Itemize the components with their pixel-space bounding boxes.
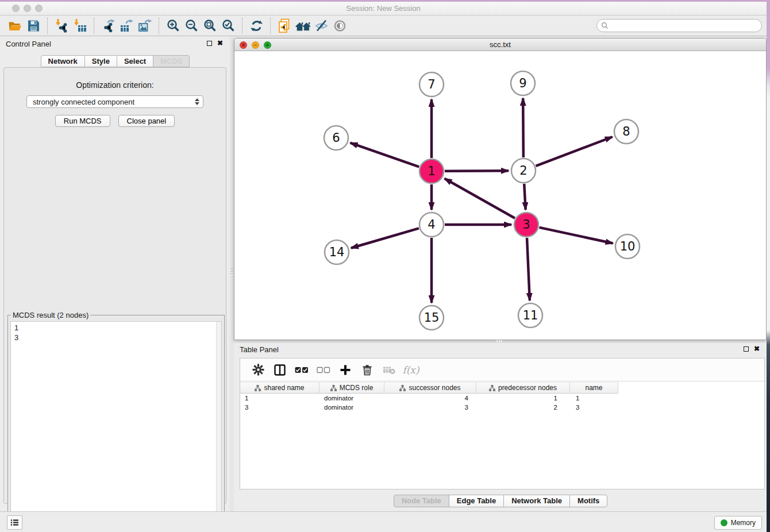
node-label: 11	[523, 309, 538, 322]
optimization-criterion-dropdown[interactable]: strongly connected component	[26, 95, 203, 108]
node-8[interactable]: 8	[614, 119, 638, 144]
clone-network-icon[interactable]	[275, 17, 294, 34]
export-table-icon[interactable]	[117, 17, 136, 34]
node-table[interactable]: shared nameMCDS rolesuccessor nodesprede…	[240, 382, 764, 489]
node-label: 3	[522, 218, 530, 232]
memory-button[interactable]: Memory	[714, 516, 762, 530]
column-header-name[interactable]: name	[570, 382, 618, 394]
node-14[interactable]: 14	[325, 240, 349, 264]
close-panel-button[interactable]: Close panel	[118, 115, 175, 127]
refresh-layout-icon[interactable]	[247, 17, 265, 34]
edge-3-11[interactable]	[527, 238, 530, 300]
node-label: 10	[620, 240, 636, 253]
maximize-network-icon[interactable]: +	[264, 41, 271, 49]
column-header-successor-nodes[interactable]: successor nodes	[384, 382, 476, 394]
tab-node-table[interactable]: Node Table	[394, 495, 449, 507]
toolbar-separator	[242, 18, 242, 34]
search-field[interactable]	[596, 19, 762, 32]
hide-graphics-details-icon[interactable]	[312, 17, 330, 34]
node-11[interactable]: 11	[518, 303, 542, 327]
table-panel-title: Table Panel	[240, 345, 279, 354]
deselect-all-checkboxes-icon[interactable]	[313, 367, 334, 373]
close-network-icon[interactable]: ×	[240, 41, 247, 49]
search-input[interactable]	[611, 21, 761, 31]
table-row[interactable]: 1dominator411	[240, 394, 764, 403]
desktop-wallpaper-strip	[0, 0, 770, 2]
mcds-result-title: MCDS result (2 nodes)	[11, 311, 90, 319]
show-graphics-details-icon[interactable]	[330, 17, 349, 34]
table-cell: 3	[570, 403, 618, 412]
zoom-out-icon[interactable]	[182, 17, 201, 34]
column-header-shared-name[interactable]: shared name	[240, 382, 319, 394]
column-header-MCDS-role[interactable]: MCDS role	[319, 382, 384, 394]
settings-gear-icon[interactable]	[247, 364, 269, 376]
export-network-icon[interactable]	[99, 17, 117, 34]
network-canvas[interactable]: 7968124314101511	[234, 51, 766, 340]
tab-motifs[interactable]: Motifs	[569, 495, 607, 507]
tab-select[interactable]: Select	[117, 55, 153, 67]
tab-mcds[interactable]: MCDS	[153, 55, 190, 67]
zoom-fit-icon[interactable]	[201, 17, 219, 34]
node-label: 4	[428, 218, 435, 232]
node-label: 9	[519, 76, 526, 90]
open-file-icon[interactable]	[6, 17, 24, 34]
run-mcds-button[interactable]: Run MCDS	[55, 115, 110, 127]
mcds-result-textarea[interactable]: 1 3	[10, 321, 222, 529]
table-row[interactable]: 3dominator323	[240, 403, 764, 412]
zoom-in-icon[interactable]	[164, 17, 182, 34]
network-window-title: scc.txt	[234, 38, 766, 51]
function-builder-icon[interactable]: f(x)	[400, 364, 422, 376]
add-row-icon[interactable]	[334, 364, 356, 376]
edge-2-9[interactable]	[523, 98, 523, 157]
node-6[interactable]: 6	[324, 126, 348, 150]
delete-table-icon[interactable]	[378, 365, 400, 375]
node-table-container: f(x) shared nameMCDS rolesuccessor nodes…	[240, 358, 765, 489]
tab-edge-table[interactable]: Edge Table	[449, 495, 504, 507]
edge-2-3[interactable]	[524, 184, 525, 210]
node-2[interactable]: 2	[511, 159, 536, 183]
edge-1-2[interactable]	[445, 171, 509, 171]
scrollbar[interactable]	[216, 322, 221, 529]
tab-network-table[interactable]: Network Table	[503, 495, 570, 507]
import-network-icon[interactable]	[52, 17, 71, 34]
export-image-icon[interactable]	[136, 17, 154, 34]
node-10[interactable]: 10	[615, 234, 640, 259]
home-icon[interactable]	[294, 17, 312, 34]
edge-3-10[interactable]	[539, 228, 613, 244]
edge-2-8[interactable]	[536, 137, 613, 166]
save-session-icon[interactable]	[24, 17, 43, 34]
status-bar: Memory	[0, 511, 767, 532]
minimize-network-icon[interactable]: −	[252, 41, 259, 49]
node-9[interactable]: 9	[511, 71, 535, 95]
column-header-predecessor-nodes[interactable]: predecessor nodes	[476, 382, 570, 394]
network-window-titlebar[interactable]: × − + scc.txt	[234, 38, 766, 51]
tab-network[interactable]: Network	[41, 55, 85, 67]
node-1[interactable]: 1	[419, 159, 444, 183]
edge-3-1[interactable]	[445, 179, 515, 218]
delete-row-icon[interactable]	[356, 364, 378, 376]
mcds-result-group: MCDS result (2 nodes) 1 3	[7, 315, 225, 532]
float-panel-icon[interactable]	[744, 346, 749, 352]
tab-style[interactable]: Style	[84, 55, 117, 67]
node-3[interactable]: 3	[514, 213, 538, 237]
memory-status-icon	[721, 519, 727, 526]
node-15[interactable]: 15	[419, 306, 444, 330]
import-table-icon[interactable]	[71, 17, 89, 34]
vertical-splitter[interactable]	[230, 36, 234, 511]
table-tabs: Node TableEdge TableNetwork TableMotifs	[234, 495, 767, 507]
horizontal-splitter-grip[interactable]	[495, 340, 502, 342]
close-panel-icon[interactable]: ✖	[217, 40, 223, 47]
node-4[interactable]: 4	[419, 213, 444, 237]
attribute-tree-icon	[399, 385, 406, 391]
control-panel-tabs: NetworkStyleSelectMCDS	[0, 55, 230, 67]
edge-1-6[interactable]	[351, 143, 419, 167]
panel-columns-icon[interactable]	[269, 364, 291, 376]
control-panel: Control Panel ✖ NetworkStyleSelectMCDS O…	[0, 36, 230, 511]
task-history-button[interactable]	[7, 515, 22, 530]
select-all-checkboxes-icon[interactable]	[291, 367, 313, 373]
zoom-selected-icon[interactable]	[219, 17, 237, 34]
node-7[interactable]: 7	[419, 72, 444, 97]
float-panel-icon[interactable]	[207, 41, 212, 46]
edge-4-14[interactable]	[351, 228, 419, 248]
close-panel-icon[interactable]: ✖	[754, 345, 760, 352]
